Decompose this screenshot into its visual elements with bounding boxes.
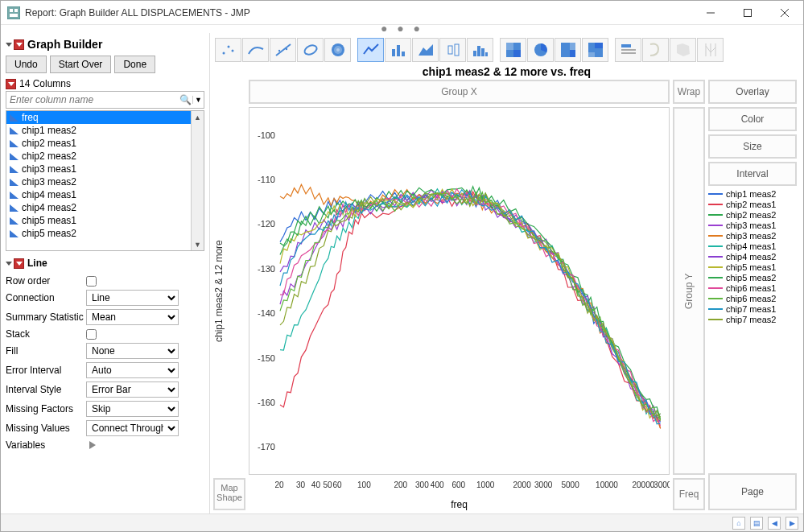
plot-area[interactable]: -100-110-120-130-140-150-160-170 xyxy=(249,107,670,475)
legend-item[interactable]: chip2 meas1 xyxy=(708,200,797,210)
groupy-zone[interactable]: Group Y xyxy=(673,107,705,475)
status-back-icon[interactable]: ◀ xyxy=(768,517,781,530)
column-item[interactable]: chip1 meas2 xyxy=(6,124,204,137)
search-dropdown-icon[interactable]: ▼ xyxy=(192,96,204,104)
startover-button[interactable]: Start Over xyxy=(50,56,112,73)
row-order-checkbox[interactable] xyxy=(86,276,97,287)
legend-item[interactable]: chip4 meas1 xyxy=(708,241,797,252)
connection-select[interactable]: Line xyxy=(86,290,179,306)
size-zone[interactable]: Size xyxy=(708,134,797,159)
legend-label: chip4 meas1 xyxy=(726,241,776,251)
scroll-up-icon[interactable]: ▲ xyxy=(192,111,204,123)
column-item[interactable]: chip4 meas1 xyxy=(6,188,204,201)
treemap-type-button[interactable] xyxy=(555,38,581,62)
status-fwd-icon[interactable]: ▶ xyxy=(785,517,798,530)
line-menu-icon[interactable] xyxy=(14,258,24,269)
groupx-zone[interactable]: Group X xyxy=(249,80,670,104)
svg-rect-22 xyxy=(473,51,476,56)
contour-type-button[interactable] xyxy=(324,38,351,62)
scroll-down-icon[interactable]: ▼ xyxy=(192,238,204,250)
svg-text:-170: -170 xyxy=(258,442,275,452)
status-db-icon[interactable]: ▤ xyxy=(750,517,763,530)
boxplot-type-button[interactable] xyxy=(439,38,466,62)
missing-factors-select[interactable]: Skip xyxy=(86,401,179,417)
legend-item[interactable]: chip6 meas1 xyxy=(708,283,797,294)
column-scrollbar[interactable]: ▲ ▼ xyxy=(191,111,204,250)
legend-item[interactable]: chip3 meas1 xyxy=(708,221,797,231)
histogram-type-button[interactable] xyxy=(467,38,493,62)
panel-header: Graph Builder xyxy=(6,36,204,52)
legend-label: chip7 meas1 xyxy=(726,304,776,314)
column-item[interactable]: chip4 meas2 xyxy=(6,201,204,214)
column-item[interactable]: freq xyxy=(6,111,204,124)
legend-label: chip3 meas1 xyxy=(726,221,776,230)
search-icon[interactable]: 🔍 xyxy=(178,94,192,105)
heatmap-type-button[interactable] xyxy=(500,38,526,62)
column-item[interactable]: chip3 meas2 xyxy=(6,175,204,188)
page-zone[interactable]: Page xyxy=(708,473,797,510)
pie-type-button[interactable] xyxy=(527,38,554,62)
legend-item[interactable]: chip7 meas2 xyxy=(708,315,797,325)
area-type-button[interactable] xyxy=(412,38,439,62)
legend-item[interactable]: chip4 meas2 xyxy=(708,252,797,262)
columns-menu-icon[interactable] xyxy=(6,79,16,89)
undo-button[interactable]: Undo xyxy=(6,56,47,73)
disclosure-icon[interactable] xyxy=(6,262,12,266)
legend-item[interactable]: chip7 meas1 xyxy=(708,304,797,315)
stack-checkbox[interactable] xyxy=(86,329,97,340)
window-title: Report: Graph Builder ALL DISPLACEMENTS … xyxy=(25,7,692,19)
legend-item[interactable]: chip1 meas2 xyxy=(708,189,797,200)
freq-zone[interactable]: Freq xyxy=(673,478,705,510)
panel-menu-icon[interactable] xyxy=(14,39,24,50)
color-zone[interactable]: Color xyxy=(708,107,797,131)
drag-handle[interactable]: ● ● ● xyxy=(1,25,803,33)
variables-expand-icon[interactable] xyxy=(89,441,96,449)
minimize-button[interactable] xyxy=(692,1,729,25)
legend-item[interactable]: chip3 meas2 xyxy=(708,231,797,241)
maximize-button[interactable] xyxy=(729,1,766,25)
caption-type-button[interactable] xyxy=(615,38,641,62)
parallel-type-button[interactable] xyxy=(697,38,724,62)
smoother-type-button[interactable] xyxy=(242,38,269,62)
close-button[interactable] xyxy=(766,1,803,25)
summary-stat-select[interactable]: Mean xyxy=(86,309,179,325)
svg-rect-36 xyxy=(595,43,603,48)
disclosure-icon[interactable] xyxy=(6,43,12,47)
lineoffit-type-button[interactable] xyxy=(270,38,296,62)
bar-type-button[interactable] xyxy=(385,38,411,62)
fill-select[interactable]: None xyxy=(86,343,179,359)
mosaic-type-button[interactable] xyxy=(582,38,608,62)
legend-panel: Overlay Color Size Interval chip1 meas2c… xyxy=(708,80,797,510)
legend-item[interactable]: chip5 meas1 xyxy=(708,262,797,273)
wrap-zone[interactable]: Wrap xyxy=(673,80,705,104)
column-item[interactable]: chip2 meas2 xyxy=(6,150,204,163)
column-name: chip5 meas1 xyxy=(22,215,76,226)
search-input[interactable] xyxy=(6,92,178,108)
svg-text:600: 600 xyxy=(451,480,465,489)
overlay-zone[interactable]: Overlay xyxy=(708,80,797,104)
mapshapes-type-button[interactable] xyxy=(670,38,696,62)
mapshape-zone[interactable]: MapShape xyxy=(213,478,245,510)
status-home-icon[interactable]: ⌂ xyxy=(732,517,745,530)
column-item[interactable]: chip5 meas2 xyxy=(6,227,204,240)
legend-item[interactable]: chip6 meas2 xyxy=(708,294,797,304)
points-type-button[interactable] xyxy=(215,38,241,62)
formula-type-button[interactable] xyxy=(642,38,669,62)
interval-style-select[interactable]: Error Bar xyxy=(86,381,179,398)
column-item[interactable]: chip5 meas1 xyxy=(6,214,204,227)
line-type-button[interactable] xyxy=(357,38,384,62)
interval-style-label: Interval Style xyxy=(6,384,86,395)
app-window: Report: Graph Builder ALL DISPLACEMENTS … xyxy=(0,0,804,532)
svg-text:100: 100 xyxy=(357,480,371,489)
legend-item[interactable]: chip5 meas2 xyxy=(708,273,797,283)
ellipse-type-button[interactable] xyxy=(297,38,324,62)
done-button[interactable]: Done xyxy=(114,56,155,73)
column-list[interactable]: freqchip1 meas2chip2 meas1chip2 meas2chi… xyxy=(6,110,204,251)
legend-item[interactable]: chip2 meas2 xyxy=(708,210,797,221)
column-item[interactable]: chip3 meas1 xyxy=(6,163,204,175)
missing-factors-label: Missing Factors xyxy=(6,403,86,414)
missing-values-select[interactable]: Connect Through xyxy=(86,420,179,436)
interval-zone[interactable]: Interval xyxy=(708,162,797,186)
column-item[interactable]: chip2 meas1 xyxy=(6,137,204,150)
error-interval-select[interactable]: Auto xyxy=(86,362,179,378)
